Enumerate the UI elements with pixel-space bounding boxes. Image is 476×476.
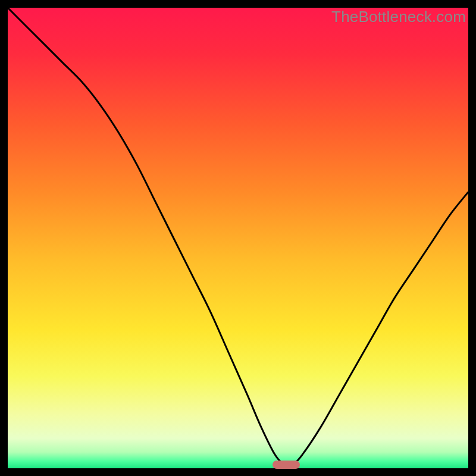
chart-frame: TheBottleneck.com (8, 8, 468, 468)
watermark-text: TheBottleneck.com (331, 8, 466, 26)
chart-plot (8, 8, 468, 468)
optimum-marker (273, 461, 300, 469)
